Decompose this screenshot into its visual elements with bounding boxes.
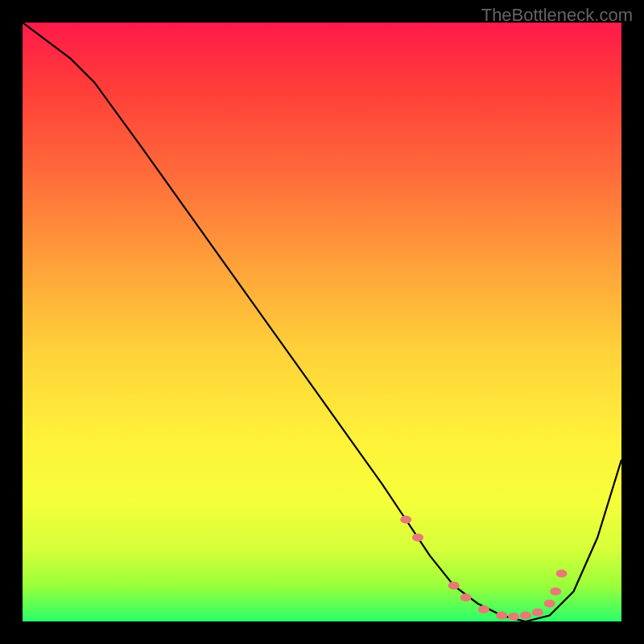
marker-dot	[532, 609, 543, 617]
marker-dot	[400, 516, 411, 524]
marker-dot	[520, 612, 531, 620]
marker-dot	[478, 605, 489, 613]
marker-dot	[412, 534, 423, 542]
marker-dot	[448, 581, 460, 589]
marker-dot	[496, 612, 507, 620]
marker-dot	[550, 588, 561, 596]
chart-svg	[23, 23, 621, 621]
marker-dot	[556, 570, 568, 578]
watermark-text: TheBottleneck.com	[481, 5, 633, 26]
marker-dot	[544, 600, 555, 608]
chart-frame: TheBottleneck.com	[0, 0, 644, 644]
scatter-markers	[400, 516, 567, 621]
marker-dot	[508, 613, 519, 621]
curve-line	[23, 23, 621, 621]
marker-dot	[460, 593, 472, 601]
